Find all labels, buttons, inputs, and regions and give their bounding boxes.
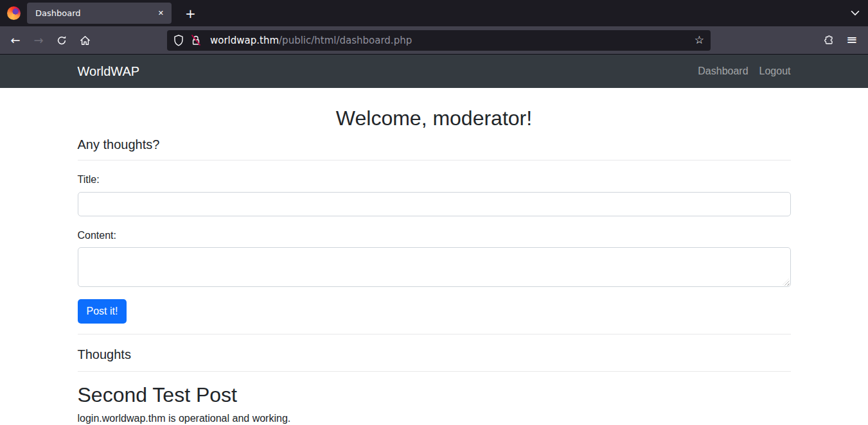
back-button[interactable]: ←	[4, 31, 26, 50]
tab-title: Dashboard	[35, 8, 155, 18]
post-body: login.worldwap.thm is operational and wo…	[78, 412, 791, 424]
tracking-protection-shield-icon[interactable]	[173, 35, 184, 46]
nav-link-logout[interactable]: Logout	[748, 65, 791, 77]
divider	[78, 160, 791, 160]
content-label: Content:	[78, 229, 791, 241]
url-bar[interactable]: worldwap.thm/public/html/dashboard.php ☆	[167, 30, 711, 51]
home-button[interactable]	[74, 31, 96, 50]
forward-button[interactable]: →	[28, 31, 49, 50]
home-icon	[80, 35, 91, 46]
divider	[78, 334, 791, 334]
chevron-down-icon	[851, 10, 860, 16]
toolbar-right-icons: ≡	[819, 31, 862, 50]
url-path: /public/html/dashboard.php	[279, 35, 412, 46]
insecure-connection-lock-icon[interactable]	[191, 35, 201, 46]
divider	[78, 371, 791, 372]
bookmark-star-icon[interactable]: ☆	[695, 35, 704, 46]
navbar-brand[interactable]: WorldWAP	[78, 64, 140, 79]
extensions-button[interactable]	[819, 31, 838, 50]
title-label: Title:	[78, 173, 791, 186]
content-textarea[interactable]	[78, 247, 791, 287]
welcome-heading: Welcome, moderator!	[78, 106, 791, 130]
new-post-form: Title: Content: Post it!	[78, 173, 791, 323]
puzzle-piece-icon	[823, 35, 834, 46]
browser-tab[interactable]: Dashboard ✕	[27, 3, 172, 24]
url-host: worldwap.thm	[210, 35, 279, 46]
post-it-button[interactable]: Post it!	[78, 299, 127, 324]
url-text: worldwap.thm/public/html/dashboard.php	[210, 35, 412, 46]
reload-icon	[57, 35, 67, 46]
post-form-heading: Any thoughts?	[78, 137, 791, 152]
list-all-tabs-button[interactable]	[851, 10, 860, 16]
close-tab-icon[interactable]: ✕	[155, 8, 167, 19]
browser-chrome: Dashboard ✕ + ← →	[0, 0, 868, 55]
hamburger-menu-icon: ≡	[846, 33, 858, 47]
content-container: Welcome, moderator! Any thoughts? Title:…	[68, 106, 801, 424]
reload-button[interactable]	[51, 31, 73, 50]
thought-post: Second Test Post login.worldwap.thm is o…	[78, 383, 791, 425]
thoughts-heading: Thoughts	[78, 347, 791, 362]
site-navbar: WorldWAP Dashboard Logout	[0, 55, 868, 88]
navigation-toolbar: ← →	[0, 26, 868, 55]
navbar-links: Dashboard Logout	[687, 65, 790, 77]
firefox-logo-icon	[7, 6, 21, 20]
tab-bar: Dashboard ✕ +	[0, 0, 868, 26]
menu-button[interactable]: ≡	[842, 31, 862, 50]
post-title: Second Test Post	[78, 383, 791, 407]
web-page: WorldWAP Dashboard Logout Welcome, moder…	[0, 55, 868, 425]
nav-link-dashboard[interactable]: Dashboard	[687, 65, 748, 77]
title-input[interactable]	[78, 192, 791, 216]
new-tab-button[interactable]: +	[181, 6, 200, 21]
